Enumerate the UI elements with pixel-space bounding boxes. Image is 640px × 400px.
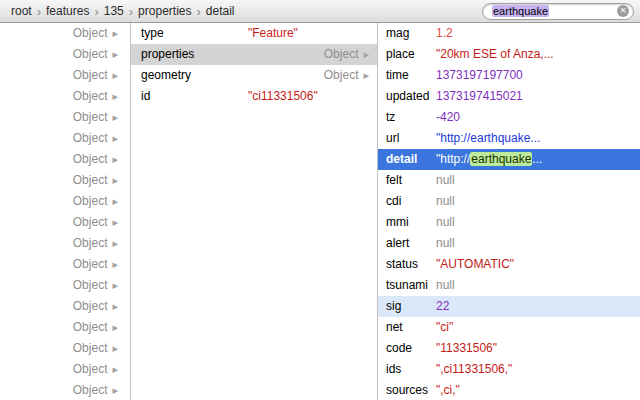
property-row-properties[interactable]: propertiesObject▸ bbox=[131, 44, 377, 65]
tree-row-object[interactable]: Object▸ bbox=[0, 380, 130, 400]
disclosure-arrow-icon: ▸ bbox=[112, 342, 118, 354]
tree-row-object[interactable]: Object▸ bbox=[0, 233, 130, 254]
tree-row-object[interactable]: Object▸ bbox=[0, 44, 130, 65]
object-label: Object bbox=[73, 194, 108, 208]
property-key: place bbox=[378, 47, 415, 61]
tree-row-object[interactable]: Object▸ bbox=[0, 275, 130, 296]
search-box[interactable]: earthquake ✕ bbox=[482, 3, 634, 20]
search-match-highlight: earthquake bbox=[470, 152, 532, 166]
property-row-code[interactable]: code"11331506" bbox=[378, 338, 640, 359]
disclosure-arrow-icon: ▸ bbox=[112, 237, 118, 249]
breadcrumb-item-detail[interactable]: detail bbox=[203, 4, 238, 18]
property-row-tsunami[interactable]: tsunaminull bbox=[378, 275, 640, 296]
property-row-tz[interactable]: tz-420 bbox=[378, 107, 640, 128]
property-key: properties bbox=[131, 47, 194, 61]
property-row-type[interactable]: type"Feature" bbox=[131, 23, 377, 44]
object-label: Object bbox=[73, 278, 108, 292]
tree-row-object[interactable]: Object▸ bbox=[0, 65, 130, 86]
disclosure-arrow-icon: ▸ bbox=[363, 69, 369, 81]
property-key: status bbox=[378, 257, 418, 271]
property-key: mmi bbox=[378, 215, 409, 229]
property-value: "ci" bbox=[436, 317, 453, 338]
property-value: Object▸ bbox=[324, 65, 369, 86]
property-key: time bbox=[378, 68, 409, 82]
property-key: sig bbox=[378, 299, 401, 313]
property-row-geometry[interactable]: geometryObject▸ bbox=[131, 65, 377, 86]
object-label: Object bbox=[73, 320, 108, 334]
property-row-place[interactable]: place"20km ESE of Anza,... bbox=[378, 44, 640, 65]
breadcrumb-separator-icon: › bbox=[92, 4, 100, 19]
property-key: url bbox=[378, 131, 399, 145]
disclosure-arrow-icon: ▸ bbox=[363, 48, 369, 60]
breadcrumb-item-features[interactable]: features bbox=[43, 4, 92, 18]
tree-row-object[interactable]: Object▸ bbox=[0, 170, 130, 191]
disclosure-arrow-icon: ▸ bbox=[112, 216, 118, 228]
property-value: null bbox=[436, 233, 455, 254]
disclosure-arrow-icon: ▸ bbox=[112, 48, 118, 60]
property-value: "http://earthquake... bbox=[436, 149, 542, 170]
breadcrumb: root›features›135›properties›detail bbox=[8, 4, 482, 19]
value-prefix: "http:// bbox=[436, 152, 470, 166]
disclosure-arrow-icon: ▸ bbox=[112, 111, 118, 123]
property-value: ",ci," bbox=[436, 380, 460, 400]
disclosure-arrow-icon: ▸ bbox=[112, 69, 118, 81]
value-suffix: ... bbox=[532, 152, 542, 166]
property-key: id bbox=[131, 89, 150, 103]
breadcrumb-bar: root›features›135›properties›detail eart… bbox=[0, 0, 640, 23]
clear-search-icon[interactable]: ✕ bbox=[617, 5, 629, 17]
property-key: ids bbox=[378, 362, 401, 376]
property-row-updated[interactable]: updated1373197415021 bbox=[378, 86, 640, 107]
search-input[interactable]: earthquake bbox=[492, 4, 617, 19]
tree-row-object[interactable]: Object▸ bbox=[0, 86, 130, 107]
breadcrumb-item-properties[interactable]: properties bbox=[135, 4, 194, 18]
tree-row-object[interactable]: Object▸ bbox=[0, 338, 130, 359]
tree-row-object[interactable]: Object▸ bbox=[0, 191, 130, 212]
property-value: 22 bbox=[436, 296, 449, 317]
json-browser: Object▸Object▸Object▸Object▸Object▸Objec… bbox=[0, 23, 640, 400]
property-row-status[interactable]: status"AUTOMATIC" bbox=[378, 254, 640, 275]
property-value: null bbox=[436, 170, 455, 191]
breadcrumb-separator-icon: › bbox=[194, 4, 202, 19]
property-row-mmi[interactable]: mminull bbox=[378, 212, 640, 233]
property-row-time[interactable]: time1373197197700 bbox=[378, 65, 640, 86]
property-key: mag bbox=[378, 26, 409, 40]
property-row-id[interactable]: id"ci11331506" bbox=[131, 86, 377, 107]
property-row-detail[interactable]: detail"http://earthquake... bbox=[378, 149, 640, 170]
property-row-mag[interactable]: mag1.2 bbox=[378, 23, 640, 44]
property-row-sig[interactable]: sig22 bbox=[378, 296, 640, 317]
object-label: Object bbox=[73, 26, 108, 40]
property-row-ids[interactable]: ids",ci11331506," bbox=[378, 359, 640, 380]
property-value: "ci11331506" bbox=[248, 86, 318, 107]
breadcrumb-item-135[interactable]: 135 bbox=[101, 4, 127, 18]
property-key: sources bbox=[378, 383, 428, 397]
property-row-cdi[interactable]: cdinull bbox=[378, 191, 640, 212]
disclosure-arrow-icon: ▸ bbox=[112, 195, 118, 207]
property-value: 1373197197700 bbox=[436, 65, 523, 86]
tree-row-object[interactable]: Object▸ bbox=[0, 317, 130, 338]
property-value: Object▸ bbox=[324, 44, 369, 65]
tree-row-object[interactable]: Object▸ bbox=[0, 128, 130, 149]
object-label: Object bbox=[73, 215, 108, 229]
property-row-alert[interactable]: alertnull bbox=[378, 233, 640, 254]
tree-row-object[interactable]: Object▸ bbox=[0, 212, 130, 233]
property-row-sources[interactable]: sources",ci," bbox=[378, 380, 640, 400]
property-key: tz bbox=[378, 110, 395, 124]
property-value: null bbox=[436, 275, 455, 296]
property-value: "20km ESE of Anza,... bbox=[436, 44, 554, 65]
object-label: Object bbox=[73, 131, 108, 145]
property-row-url[interactable]: url"http://earthquake... bbox=[378, 128, 640, 149]
property-key: felt bbox=[378, 173, 402, 187]
property-value: null bbox=[436, 191, 455, 212]
tree-row-object[interactable]: Object▸ bbox=[0, 23, 130, 44]
property-row-felt[interactable]: feltnull bbox=[378, 170, 640, 191]
tree-row-object[interactable]: Object▸ bbox=[0, 149, 130, 170]
property-row-net[interactable]: net"ci" bbox=[378, 317, 640, 338]
tree-row-object[interactable]: Object▸ bbox=[0, 254, 130, 275]
property-key: type bbox=[131, 26, 164, 40]
breadcrumb-item-root[interactable]: root bbox=[8, 4, 35, 18]
tree-row-object[interactable]: Object▸ bbox=[0, 107, 130, 128]
tree-row-object[interactable]: Object▸ bbox=[0, 296, 130, 317]
property-key: code bbox=[378, 341, 412, 355]
tree-row-object[interactable]: Object▸ bbox=[0, 359, 130, 380]
breadcrumb-separator-icon: › bbox=[127, 4, 135, 19]
